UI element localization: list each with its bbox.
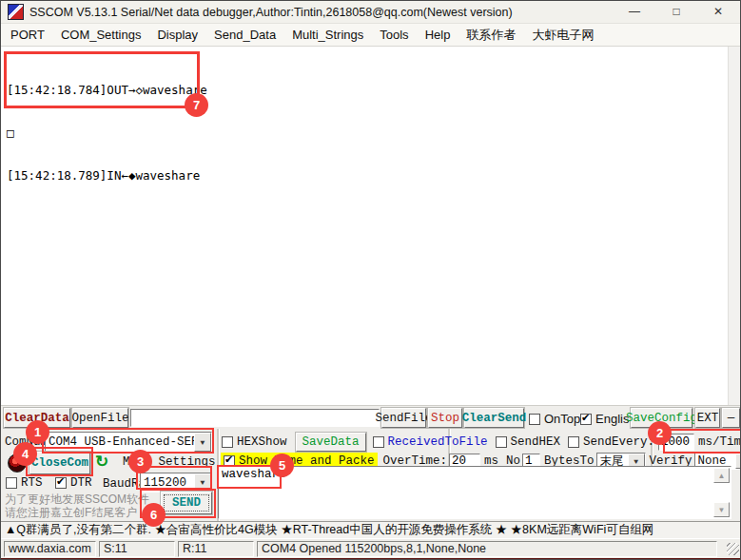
clear-send-button[interactable]: ClearSend [464, 408, 524, 428]
menu-multi-strings[interactable]: Multi_Strings [292, 28, 363, 42]
menu-display[interactable]: Display [157, 28, 198, 42]
refresh-ports-icon[interactable]: ↻ [95, 452, 108, 472]
baud-rate-value: 115200 [141, 476, 194, 490]
app-window: SSCOM V5.13.1 Serial/Net data debugger,A… [0, 0, 741, 560]
menu-tools[interactable]: Tools [380, 28, 408, 42]
send-interval-input[interactable] [658, 434, 694, 451]
com-num-label: ComNum [5, 435, 48, 449]
received-to-file-label: ReceivedToFile [388, 435, 488, 449]
status-sent-count: S:11 [99, 541, 175, 557]
window-title: SSCOM V5.13.1 Serial/Net data debugger,A… [29, 6, 513, 19]
terminal-line: [15:42:18.784]OUT→◇waveshare [7, 83, 207, 97]
save-config-button[interactable]: SaveConfig [631, 408, 692, 428]
chevron-down-icon[interactable]: ▼ [735, 454, 741, 469]
scroll-up-icon[interactable]: ▲ [713, 468, 730, 483]
maximize-button[interactable]: □ [660, 2, 692, 21]
com-port-select[interactable]: COM4 USB-Enhanced-SERIAL C ▼ [45, 432, 212, 453]
dtr-checkbox[interactable] [55, 477, 67, 489]
menu-com-settings[interactable]: COM_Settings [61, 28, 142, 42]
resize-grip[interactable] [727, 543, 739, 555]
title-bar: SSCOM V5.13.1 Serial/Net data debugger,A… [1, 1, 741, 24]
baud-rate-select[interactable]: 115200 ▼ [140, 473, 212, 492]
on-top-checkbox[interactable] [529, 414, 540, 425]
terminal-line: [15:42:18.789]IN←◆waveshare [7, 168, 207, 183]
ext-button[interactable]: EXT [695, 408, 720, 428]
send-area-scrollbar[interactable]: ▲ ▼ [713, 468, 730, 517]
clear-data-button[interactable]: ClearData [4, 408, 70, 428]
save-data-button[interactable]: SaveData [296, 433, 366, 452]
send-every-label: SendEvery: [583, 435, 654, 449]
stop-button[interactable]: Stop [428, 408, 462, 428]
menu-port[interactable]: PORT [10, 28, 45, 42]
status-received-count: R:11 [178, 541, 254, 557]
more-settings-link[interactable]: More Settings [123, 455, 216, 469]
send-text-value: waveshare [222, 468, 286, 481]
english-checkbox[interactable] [580, 414, 592, 425]
toolbar: ClearData OpenFile SendFile Stop ClearSe… [1, 405, 741, 430]
on-top-label: OnTop [544, 412, 580, 426]
control-panel: ComNum COM4 USB-Enhanced-SERIAL C ▼ Clos… [1, 429, 741, 521]
rts-option[interactable]: RTS [6, 476, 43, 490]
send-hex-checkbox[interactable] [496, 436, 507, 448]
terminal-log: [15:42:18.784]OUT→◇waveshare □ [15:42:18… [7, 54, 207, 211]
send-button[interactable]: SEND [161, 492, 212, 514]
rts-checkbox[interactable] [6, 477, 17, 489]
status-port-info: COM4 Opened 115200bps,8,1,None,None [257, 541, 717, 557]
menu-bar: PORT COM_Settings Display Send_Data Mult… [1, 24, 741, 46]
open-file-button[interactable]: OpenFile [72, 408, 128, 428]
com-port-value: COM4 USB-Enhanced-SERIAL C [46, 435, 194, 449]
terminal-line: □ [7, 126, 207, 140]
chevron-down-icon[interactable]: ▼ [194, 433, 211, 452]
status-bar: www.daxia.com S:11 R:11 COM4 Opened 1152… [1, 539, 741, 558]
menu-daxia-site[interactable]: 大虾电子网 [532, 27, 594, 44]
send-text-area[interactable]: waveshare ▲ ▼ [218, 466, 731, 519]
com-status-indicator-icon [8, 454, 27, 473]
receive-scrollbar[interactable] [728, 47, 741, 406]
on-top-option[interactable]: OnTop [529, 412, 580, 426]
status-website[interactable]: www.daxia.com [4, 541, 96, 557]
menu-send-data[interactable]: Send_Data [214, 28, 276, 42]
ms-per-time-label: ms/Tim [698, 435, 741, 449]
promo-text: 为了更好地发展SSCOM软件 请您注册嘉立创F结尾客户 [5, 492, 149, 519]
rts-label: RTS [21, 476, 43, 490]
scroll-down-icon[interactable]: ▼ [713, 502, 730, 517]
send-file-button[interactable]: SendFile [381, 408, 426, 428]
send-hex-label: SendHEX [511, 435, 561, 449]
hex-show-label: HEXShow [237, 435, 287, 449]
menu-help[interactable]: Help [425, 28, 451, 42]
receive-area[interactable]: [15:42:18.784]OUT→◇waveshare □ [15:42:18… [1, 46, 741, 406]
dtr-option[interactable]: DTR [55, 476, 92, 490]
send-every-checkbox[interactable] [568, 436, 579, 448]
received-to-file-checkbox[interactable] [373, 436, 384, 448]
app-icon [8, 4, 24, 20]
minimize-button[interactable]: — [618, 2, 651, 21]
file-path-input[interactable] [130, 409, 380, 427]
hex-show-checkbox[interactable] [222, 436, 233, 448]
dtr-label: DTR [70, 476, 92, 490]
menu-contact-author[interactable]: 联系作者 [466, 27, 516, 44]
close-com-button[interactable]: CloseCom [29, 452, 90, 474]
collapse-panel-button[interactable]: — [722, 408, 740, 428]
close-button[interactable]: ✕ [702, 2, 734, 21]
options-row-1: HEXShow SaveData ReceivedToFile SendHEX … [222, 433, 741, 452]
chevron-down-icon[interactable]: ▼ [194, 473, 211, 492]
ad-banner[interactable]: ▲Q群满员了,没有第二个群. ★合宙高性价比4G模块 ★RT-Thread中国人… [1, 521, 741, 539]
